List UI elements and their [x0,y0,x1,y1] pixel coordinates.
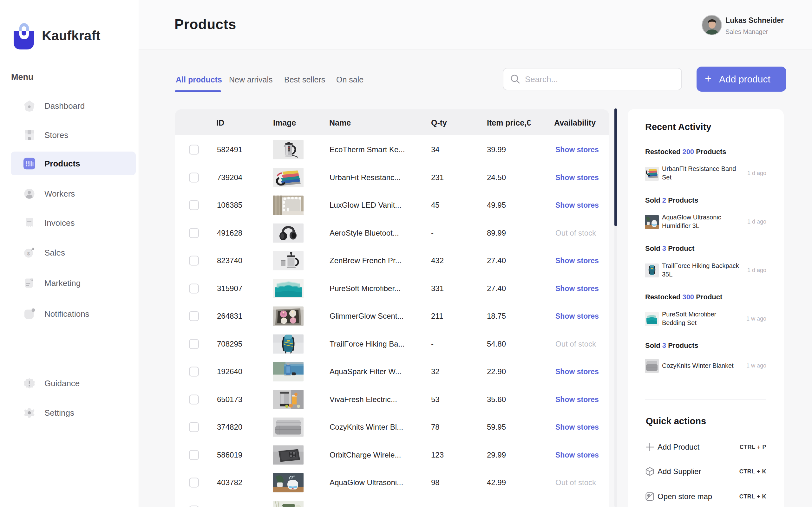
svg-text:$: $ [27,251,30,256]
